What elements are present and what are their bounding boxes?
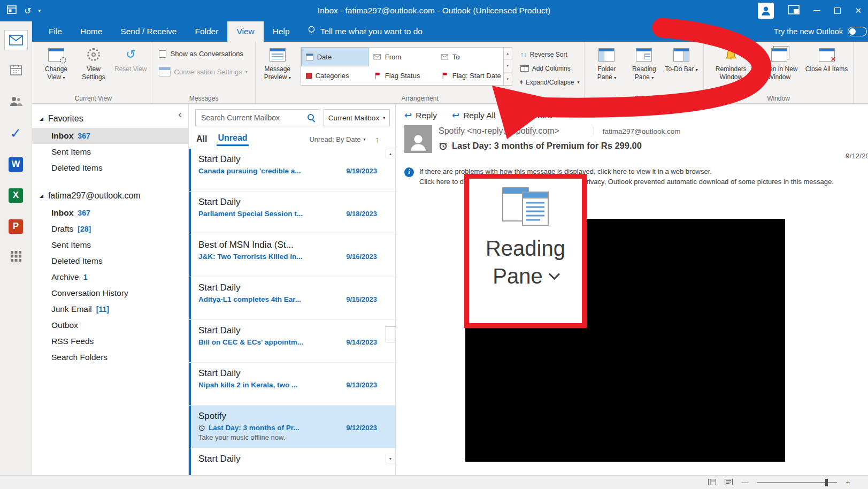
- nav-mail-button[interactable]: [0, 25, 32, 56]
- gallery-more-button[interactable]: ▾: [504, 73, 512, 85]
- filter-unread[interactable]: Unread: [217, 132, 248, 146]
- search-input[interactable]: [195, 109, 319, 126]
- message-row[interactable]: Start Daily Bill on CEC & ECs' appointm.…: [189, 320, 395, 363]
- sender-avatar[interactable]: [404, 125, 432, 153]
- forward-button[interactable]: ↪ Forward: [510, 110, 552, 121]
- unread-indicator: [189, 192, 191, 234]
- sort-dropdown[interactable]: Unread; By Date ▾: [309, 135, 365, 143]
- folder-drafts[interactable]: Drafts [28]: [32, 221, 188, 237]
- nav-excel-button[interactable]: X: [0, 180, 32, 211]
- folder-inbox-favorite[interactable]: Inbox 367: [32, 128, 188, 144]
- message-row[interactable]: Start Daily: [189, 448, 395, 475]
- message-row[interactable]: Start Daily Nipah kills 2 in Kerala, two…: [189, 363, 395, 406]
- customize-quick-access-icon[interactable]: ▾: [38, 8, 41, 13]
- scroll-up-arrow[interactable]: ▴: [386, 149, 395, 158]
- folder-archive[interactable]: Archive 1: [32, 269, 188, 285]
- message-preview-button[interactable]: Message Preview ▾: [259, 43, 296, 82]
- account-header[interactable]: ◢ fatima297@outlook.com: [32, 188, 188, 205]
- message-row[interactable]: Start Daily Canada pursuing 'credible a.…: [189, 149, 395, 192]
- reading-view-icon[interactable]: [725, 478, 733, 487]
- folder-inbox[interactable]: Inbox 367: [32, 205, 188, 221]
- message-row[interactable]: Start Daily Parliament Special Session t…: [189, 192, 395, 234]
- normal-view-icon[interactable]: [708, 478, 716, 487]
- account-avatar[interactable]: [758, 3, 774, 19]
- nav-more-apps-button[interactable]: [0, 242, 32, 273]
- tab-view[interactable]: View: [227, 21, 263, 42]
- minimize-button[interactable]: [813, 10, 820, 11]
- message-row-selected[interactable]: Spotify Last Day: 3 months of Pr... 9/12…: [189, 406, 395, 448]
- folder-pane-button[interactable]: Folder Pane ▾: [588, 43, 625, 82]
- folder-sent-items-favorite[interactable]: Sent Items: [32, 144, 188, 160]
- arrange-by-date[interactable]: Date: [301, 48, 368, 66]
- close-button[interactable]: ✕: [855, 6, 862, 16]
- reminders-window-button[interactable]: Reminders Window: [707, 43, 755, 82]
- folder-sent-items[interactable]: Sent Items: [32, 237, 188, 253]
- view-settings-button[interactable]: View Settings: [75, 43, 112, 82]
- open-in-new-window-button[interactable]: Open in New Window: [755, 43, 803, 82]
- nav-calendar-button[interactable]: [0, 56, 32, 87]
- expand-collapse-icon: ▴▾: [520, 80, 523, 85]
- message-row[interactable]: Best of MSN India (St... J&K: Two Terror…: [189, 234, 395, 277]
- zoom-out-button[interactable]: —: [741, 478, 748, 486]
- arrange-by-to[interactable]: To: [436, 48, 503, 66]
- reply-all-icon: ↩: [452, 110, 456, 121]
- arrange-by-flag-status[interactable]: Flag Status: [368, 66, 436, 85]
- gallery-scroll-up-button[interactable]: ▴: [504, 48, 512, 60]
- tell-me-search[interactable]: Tell me what you want to do: [308, 21, 423, 42]
- tab-folder[interactable]: Folder: [186, 21, 227, 42]
- undo-icon[interactable]: ↺: [24, 6, 31, 16]
- todo-bar-button[interactable]: To-Do Bar ▾: [663, 43, 700, 74]
- maximize-button[interactable]: [834, 7, 841, 14]
- arrange-by-flag-start-date[interactable]: Flag: Start Date: [436, 66, 503, 85]
- conversation-settings-button[interactable]: Conversation Settings ▾: [159, 67, 247, 77]
- filter-all[interactable]: All: [196, 134, 207, 144]
- change-view-button[interactable]: Change View ▾: [37, 43, 75, 82]
- folder-junk-email[interactable]: Junk Email [11]: [32, 301, 188, 317]
- reply-button[interactable]: ↩ Reply: [404, 110, 437, 121]
- show-as-conversations-checkbox[interactable]: Show as Conversations: [159, 50, 247, 58]
- zoom-slider-thumb[interactable]: [825, 479, 828, 486]
- sender-address[interactable]: Spotify <no-reply@spotify.com>: [439, 126, 559, 136]
- nav-people-button[interactable]: [0, 87, 32, 118]
- tab-help[interactable]: Help: [264, 21, 299, 42]
- try-new-outlook[interactable]: Try the new Outlook: [774, 21, 868, 42]
- search-icon[interactable]: [307, 113, 315, 121]
- zoom-in-button[interactable]: +: [846, 478, 850, 486]
- reading-pane-button[interactable]: Reading Pane ▾: [625, 43, 663, 82]
- nav-todo-button[interactable]: ✓: [0, 118, 32, 149]
- mailbox-scope-dropdown[interactable]: Current Mailbox ▾: [324, 109, 390, 126]
- todo-bar-icon: [673, 48, 689, 62]
- new-outlook-toggle[interactable]: [848, 27, 867, 36]
- folder-deleted-items-favorite[interactable]: Deleted Items: [32, 160, 188, 176]
- scrollbar-thumb[interactable]: [386, 326, 395, 342]
- add-columns-button[interactable]: Add Columns: [519, 62, 581, 74]
- reverse-sort-button[interactable]: ↑↓ Reverse Sort: [519, 48, 581, 60]
- folder-deleted-items[interactable]: Deleted Items: [32, 253, 188, 269]
- reply-all-button[interactable]: ↩ Reply All: [452, 110, 496, 121]
- reset-view-button[interactable]: ↺ Reset View: [112, 43, 149, 74]
- folder-search-folders[interactable]: Search Folders: [32, 349, 188, 365]
- picture-in-picture-icon[interactable]: [788, 5, 800, 17]
- favorites-header[interactable]: ◢ Favorites: [32, 111, 188, 128]
- folder-conversation-history[interactable]: Conversation History: [32, 285, 188, 301]
- message-list-scrollbar[interactable]: ▴ ▾: [386, 149, 395, 475]
- message-row[interactable]: Start Daily Aditya-L1 completes 4th Ear.…: [189, 277, 395, 320]
- folder-outbox[interactable]: Outbox: [32, 317, 188, 333]
- checkbox-icon[interactable]: [159, 50, 166, 58]
- sort-direction-button[interactable]: ↑: [375, 135, 380, 144]
- zoom-slider[interactable]: [757, 482, 837, 483]
- close-all-items-button[interactable]: ✕ Close All Items: [803, 43, 850, 74]
- tab-home[interactable]: Home: [71, 21, 111, 42]
- scroll-down-arrow[interactable]: ▾: [386, 454, 395, 463]
- tab-send-receive[interactable]: Send / Receive: [111, 21, 186, 42]
- nav-powerpoint-button[interactable]: P: [0, 211, 32, 242]
- arrange-by-categories[interactable]: Categories: [301, 66, 368, 85]
- search-box[interactable]: [195, 109, 319, 126]
- folder-rss-feeds[interactable]: RSS Feeds: [32, 333, 188, 349]
- tab-file[interactable]: File: [40, 21, 71, 42]
- arrange-by-from[interactable]: From: [368, 48, 436, 66]
- gallery-scroll-down-button[interactable]: ▾: [504, 60, 512, 72]
- nav-word-button[interactable]: W: [0, 149, 32, 180]
- collapse-folder-pane-button[interactable]: ‹: [178, 109, 182, 119]
- expand-collapse-button[interactable]: ▴▾ Expand/Collapse ▾: [519, 76, 581, 88]
